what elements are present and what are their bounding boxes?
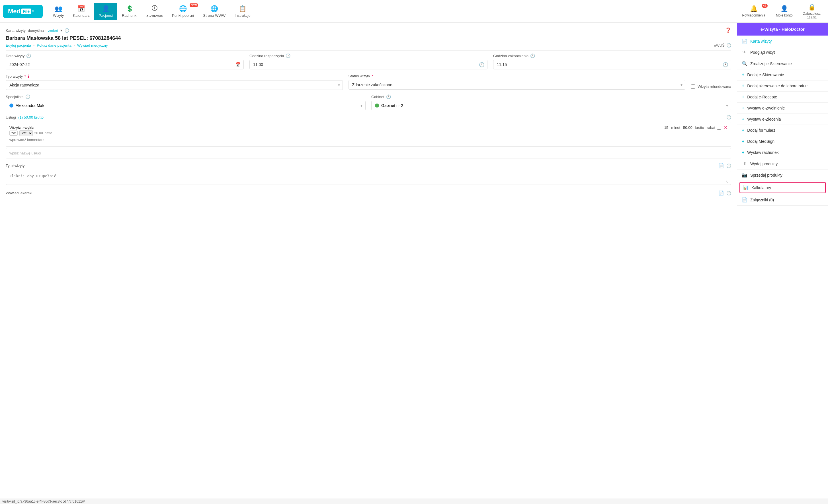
service-name: Wizyta zwykła <box>9 126 661 130</box>
spec-dot <box>9 103 13 107</box>
service-row-container: Wizyta zwykła 15 minut 50.00 brutto raba… <box>6 122 731 147</box>
help-icon[interactable]: ❓ <box>725 27 731 34</box>
pacjenci-icon: 👤 <box>102 5 110 12</box>
tytul-wizyty-textarea[interactable] <box>6 171 731 185</box>
nav-item-strona-www[interactable]: 🌐 Strona WWW <box>199 3 230 20</box>
wywiad-medyczny-link[interactable]: Wywiad medyczny <box>77 43 108 47</box>
zrealizuj-sidebar-icon: 🔍 <box>742 61 747 66</box>
vat-select[interactable]: vat <box>19 130 33 136</box>
nav-item-ezdrowie[interactable]: e-Zdrowie <box>142 2 167 20</box>
karta-wizyty-sidebar-icon: 📄 <box>742 38 747 44</box>
gabinet-field[interactable]: Gabinet nr 2 ▾ <box>371 101 731 110</box>
sidebar-label-dodaj-recepte: Dodaj e-Receptę <box>747 95 777 99</box>
sidebar-item-ezwolnienie[interactable]: + Wystaw e-Zwolnienie <box>737 103 828 114</box>
sidebar-item-kalkulatory[interactable]: 📊 Kalkulatory <box>739 182 826 193</box>
nav-item-rachunki[interactable]: 💲 Rachunki <box>117 3 142 20</box>
typ-wizyty-select[interactable]: Akcja ratownicza <box>6 80 343 90</box>
sidebar-item-podglad-wizyt[interactable]: 👁 Podgląd wizyt <box>737 47 828 58</box>
sidebar-item-medsign[interactable]: + Dodaj MedSign <box>737 136 828 147</box>
wywiad-doc-icon: 📄 <box>718 190 724 196</box>
strona-www-icon: 🌐 <box>210 5 218 12</box>
uslugi-clock-icon: 🕐 <box>727 115 731 120</box>
url-text: visit/visit_id/a736aa1c-ef4f-86d3-aec8-c… <box>2 499 85 503</box>
wywiad-header: Wywiad lekarski 📄 🕐 <box>6 190 731 196</box>
spec-clock-icon: 🕐 <box>25 94 30 99</box>
sidebar-item-sprzedaj-produkty[interactable]: 📷 Sprzedaj produkty <box>737 170 828 181</box>
lock-time: 119:51 <box>807 16 817 19</box>
user-icon: 👤 <box>780 5 788 12</box>
pokaz-dane-link[interactable]: Pokaż dane pacjenta <box>37 43 71 47</box>
wizyta-refundowana-checkbox[interactable] <box>691 85 695 89</box>
sidebar-item-ezlecenia[interactable]: + Wystaw e-Zlecenia <box>737 114 828 125</box>
specjalista-field[interactable]: Aleksandra Mak ▾ <box>6 101 366 110</box>
nav-item-zabezpiecz[interactable]: 🔒 Zabezpiecz 119:51 <box>799 1 825 21</box>
sidebar-label-rachunek: Wystaw rachunek <box>747 150 779 155</box>
nav-item-punkt-pobran[interactable]: NEW 🌐 Punkt pobrań <box>167 3 199 20</box>
nav-item-kalendarz[interactable]: 📅 Kalendarz <box>68 3 94 20</box>
gabinet-arrow: ▾ <box>726 103 728 108</box>
rabat-checkbox[interactable] <box>717 126 721 130</box>
sidebar-item-karta-wizyty[interactable]: 📄 Karta wizyty <box>737 36 828 47</box>
godzina-end-clock: 🕐 <box>530 53 535 58</box>
nav-label-zabezpiecz: Zabezpiecz <box>803 12 821 16</box>
service-type-netto: netto <box>45 131 52 135</box>
rabat-label: rabat <box>707 126 715 130</box>
service-comment-input[interactable] <box>9 136 728 144</box>
sidebar-item-dodaj-ecepte[interactable]: + Dodaj e-Receptę <box>737 92 828 103</box>
service-remove-btn[interactable]: ✕ <box>724 125 728 130</box>
lock-icon: 🔒 <box>808 3 816 11</box>
sidebar-item-formularz[interactable]: + Dodaj formularz <box>737 125 828 136</box>
ewus-label: eWUŚ <box>714 43 724 47</box>
ewizyta-button[interactable]: e-Wizyta - HaloDoctor <box>737 23 828 36</box>
zmien-link[interactable]: zmień <box>48 29 58 33</box>
time-icon-start: 🕐 <box>479 62 485 67</box>
plus-icon-2: + <box>742 83 744 88</box>
godzina-end-label: Godzina zakończenia 🕐 <box>493 53 731 58</box>
resize-icon: ⤡ <box>726 179 729 184</box>
wizyta-refundowana-group: placeholder Wizyta refundowana <box>691 74 731 90</box>
main-layout: Karta wizyty domyślna · zmień ▾ 🕐 ❓ Barb… <box>0 23 828 504</box>
wywiad-clock-icon: 🕐 <box>727 191 731 195</box>
nav-items: 👥 Wizyty 📅 Kalendarz 👤 Pacjenci 💲 Rachun… <box>48 2 738 20</box>
godzina-start-group: Godzina rozpoczęcia 🕐 🕐 <box>249 53 488 70</box>
sidebar-item-dodaj-lab[interactable]: + Dodaj skierowanie do laboratorium <box>737 81 828 92</box>
rachunki-icon: 💲 <box>126 5 133 12</box>
sidebar-label-podglad-wizyt: Podgląd wizyt <box>750 50 775 55</box>
zalaczniki-icon: 📄 <box>742 197 747 202</box>
gabinet-group: Gabinet 🕐 Gabinet nr 2 ▾ <box>371 94 731 110</box>
nav-item-instrukcje[interactable]: 📋 Instrukcje <box>230 3 255 20</box>
godzina-end-input[interactable] <box>493 60 731 70</box>
card-header-left: Karta wizyty domyślna · zmień ▾ 🕐 <box>6 28 69 33</box>
nav-item-pacjenci[interactable]: 👤 Pacjenci <box>94 3 117 20</box>
plus-icon-4: + <box>742 105 744 111</box>
service-minutes: 15 <box>664 126 668 130</box>
service-price-brutto: 50.00 <box>683 126 693 130</box>
data-wizyty-input[interactable] <box>6 60 244 70</box>
tytul-wizyty-section: Tytuł wizyty 📄 🕐 ⤡ <box>6 163 731 186</box>
nav-item-powiadomienia[interactable]: 44 🔔 Powiadomienia <box>738 3 770 19</box>
sidebar-item-rachunek[interactable]: + Wystaw rachunek <box>737 147 828 158</box>
date-time-row: Data wizyty 🕐 📅 Godzina rozpoczęcia 🕐 🕐 <box>6 53 731 70</box>
status-wizyty-select-wrapper: Zdarzenie zakończone. <box>348 80 686 90</box>
godzina-end-wrapper: 🕐 <box>493 60 731 70</box>
spec-arrow: ▾ <box>361 103 363 108</box>
sidebar-item-zalaczniki[interactable]: 📄 Załączniki (0) <box>737 194 828 205</box>
notification-badge: 44 <box>762 4 768 8</box>
typ-info-icon[interactable]: ℹ <box>28 74 29 79</box>
service-input-row[interactable]: wpisz nazwę usługi <box>6 148 731 158</box>
nav-item-wizyty[interactable]: 👥 Wizyty <box>48 3 68 20</box>
status-wizyty-select[interactable]: Zdarzenie zakończone. <box>348 80 686 90</box>
logo[interactable]: Med File ® <box>3 5 43 18</box>
edytuj-pacjenta-link[interactable]: Edytuj pacjenta <box>6 43 31 47</box>
sidebar-item-dodaj-eskierowanie[interactable]: + Dodaj e-Skierowanie <box>737 70 828 81</box>
typ-wizyty-label: Typ wizyty * ℹ <box>6 74 343 79</box>
nav-label-strona-www: Strona WWW <box>203 13 225 18</box>
typ-wizyty-select-wrapper: Akcja ratownicza <box>6 80 343 90</box>
sidebar-label-wydaj-produkty: Wydaj produkty <box>750 162 778 166</box>
nav-item-moje-konto[interactable]: 👤 Moje konto <box>771 3 797 19</box>
kalendarz-icon: 📅 <box>77 5 85 12</box>
ewus-clock-icon: 🕐 <box>727 43 731 47</box>
sidebar-item-wydaj-produkty[interactable]: ⬆ Wydaj produkty <box>737 158 828 170</box>
sidebar-item-zrealizuj-eskierowanie[interactable]: 🔍 Zrealizuj e-Skierowanie <box>737 58 828 70</box>
godzina-start-input[interactable] <box>249 60 488 70</box>
